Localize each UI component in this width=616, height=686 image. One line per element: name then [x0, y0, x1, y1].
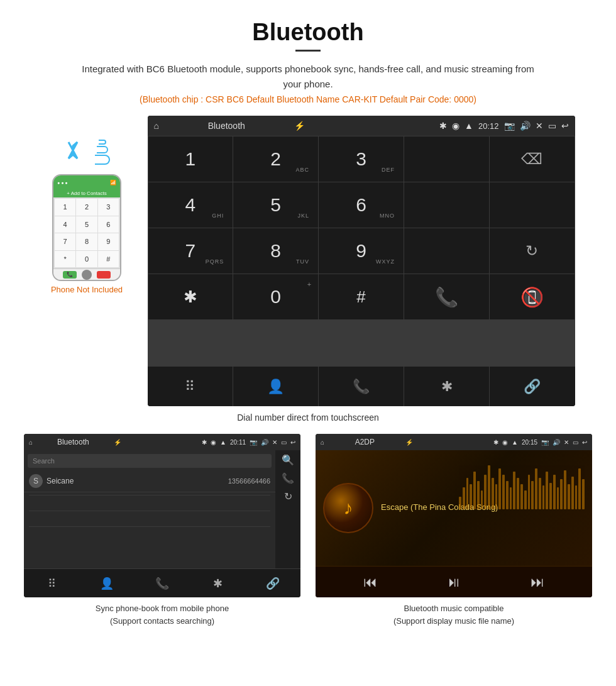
- waveform-bar: [542, 485, 545, 509]
- pb-time: 20:11: [230, 439, 246, 446]
- music-album-art: ♪: [323, 483, 373, 533]
- pb-nav-contacts[interactable]: 👤: [79, 569, 135, 597]
- bottom-row: ⌂ Bluetooth ⚡ ✱ ◉ ▲ 20:11 📷 🔊 ✕ ▭ ↩ Sear…: [0, 434, 616, 627]
- waveform-bar: [560, 479, 563, 509]
- waveform-bar: [470, 484, 472, 509]
- volume-icon: 🔊: [520, 121, 531, 131]
- pb-bt-icon: ✱: [202, 439, 207, 446]
- waveform-bar: [481, 490, 483, 509]
- music-col: ⌂ A2DP ⚡ ✱ ◉ ▲ 20:15 📷 🔊 ✕ ▭ ↩ ♪ Escape: [316, 434, 592, 627]
- pb-loc-icon: ◉: [211, 439, 216, 446]
- waveform-bar: [510, 487, 512, 509]
- waveform-bar: [582, 479, 585, 509]
- back-icon: ↩: [561, 121, 569, 131]
- page-subtitle: Integrated with BC6 Bluetooth module, su…: [0, 62, 616, 94]
- waveform-bar: [463, 487, 465, 509]
- drawn-phone: ● ● ● 📶 + Add to Contacts 123 456 789 *0…: [41, 135, 133, 294]
- nav-dialpad[interactable]: ⠿: [148, 367, 233, 406]
- music-app-title: A2DP: [328, 438, 402, 446]
- camera-icon: 📷: [504, 121, 515, 131]
- screen-icon: ▭: [548, 121, 556, 131]
- dial-key-8[interactable]: 8TUV: [233, 228, 318, 274]
- pb-contact-phone: 13566664466: [228, 477, 270, 485]
- pb-divider: [29, 495, 270, 495]
- dial-refresh[interactable]: ↻: [490, 228, 575, 274]
- waveform-bar: [484, 475, 487, 509]
- waveform-bar: [477, 481, 480, 509]
- waveform-bar: [531, 481, 534, 509]
- waveform-bar: [539, 478, 541, 509]
- music-time: 20:15: [522, 439, 537, 446]
- waveform-bar: [557, 487, 559, 509]
- pb-refresh-icon[interactable]: ↻: [284, 490, 292, 502]
- pb-sidebar: 🔍 📞 ↻: [275, 450, 300, 568]
- dial-key-3[interactable]: 3DEF: [319, 136, 404, 182]
- music-loc-icon: ◉: [502, 439, 508, 446]
- pb-status-bar: ⌂ Bluetooth ⚡ ✱ ◉ ▲ 20:11 📷 🔊 ✕ ▭ ↩: [24, 434, 300, 450]
- music-prev-btn[interactable]: ⏮: [363, 574, 377, 590]
- status-time: 20:12: [478, 121, 499, 131]
- pb-nav-bt[interactable]: ✱: [190, 569, 245, 597]
- dial-key-1[interactable]: 1: [148, 136, 233, 182]
- music-play-btn[interactable]: ⏯: [447, 574, 461, 590]
- music-next-btn[interactable]: ⏭: [531, 574, 544, 590]
- title-divider: [295, 50, 321, 52]
- waveform-bar: [498, 468, 501, 509]
- dial-key-5[interactable]: 5JKL: [233, 182, 318, 228]
- dial-empty-4: [404, 228, 489, 274]
- waveform-bar: [553, 475, 556, 509]
- pb-vol-icon: 🔊: [261, 439, 268, 446]
- waveform-bar: [513, 472, 515, 509]
- waveform-bar: [492, 478, 494, 509]
- waveform-bar: [571, 477, 574, 509]
- dial-caption: Dial number direct from touchscreen: [0, 412, 616, 423]
- phone-not-included-label: Phone Not Included: [51, 285, 123, 294]
- phone-bottom-bar: 📞: [53, 268, 120, 280]
- pb-nav-link[interactable]: 🔗: [245, 569, 300, 597]
- dial-backspace[interactable]: ⌫: [490, 136, 575, 182]
- nav-calls[interactable]: 📞: [319, 367, 404, 406]
- nav-bluetooth[interactable]: ✱: [404, 367, 490, 406]
- pb-back-icon: ↩: [290, 439, 295, 446]
- main-content-area: ● ● ● 📶 + Add to Contacts 123 456 789 *0…: [0, 116, 616, 406]
- dial-key-7[interactable]: 7PQRS: [148, 228, 233, 274]
- nav-contacts[interactable]: 👤: [233, 367, 319, 406]
- dial-key-0[interactable]: 0+: [233, 274, 318, 319]
- pb-search-icon[interactable]: 🔍: [282, 454, 294, 466]
- dial-key-star[interactable]: ✱: [148, 274, 233, 319]
- pb-title: Bluetooth: [36, 438, 110, 446]
- pb-nav-calls[interactable]: 📞: [135, 569, 190, 597]
- car-status-bar: ⌂ Bluetooth ⚡ ✱ ◉ ▲ 20:12 📷 🔊 ✕ ▭ ↩: [148, 116, 575, 136]
- dial-key-hash[interactable]: #: [319, 274, 404, 319]
- music-waveform: [459, 459, 585, 509]
- dial-key-2[interactable]: 2ABC: [233, 136, 318, 182]
- dial-key-9[interactable]: 9WXYZ: [319, 228, 404, 274]
- dial-call-green[interactable]: 📞: [404, 274, 489, 319]
- pb-search-bar[interactable]: Search: [28, 454, 272, 468]
- pb-search-placeholder: Search: [33, 457, 55, 465]
- pb-divider2: [29, 511, 270, 511]
- dial-key-6[interactable]: 6MNO: [319, 182, 404, 228]
- nav-link[interactable]: 🔗: [490, 367, 575, 406]
- pb-contact-row[interactable]: S Seicane 13566664466: [24, 470, 275, 492]
- phone-illustration: ● ● ● 📶 + Add to Contacts 123 456 789 *0…: [41, 135, 133, 294]
- waveform-bar: [549, 483, 552, 509]
- dial-key-4[interactable]: 4GHI: [148, 182, 233, 228]
- pb-nav-bar: ⠿ 👤 📞 ✱ 🔗: [24, 568, 300, 597]
- dial-call-red[interactable]: 📵: [490, 274, 575, 319]
- location-icon: ◉: [452, 121, 459, 131]
- dial-nav-row: ⠿ 👤 📞 ✱ 🔗: [148, 366, 575, 406]
- waveform-bar: [520, 484, 523, 509]
- dial-empty-1: [404, 136, 489, 182]
- pb-scr-icon: ▭: [281, 439, 287, 446]
- phonebook-col: ⌂ Bluetooth ⚡ ✱ ◉ ▲ 20:11 📷 🔊 ✕ ▭ ↩ Sear…: [24, 434, 300, 627]
- waveform-bar: [466, 478, 469, 509]
- pb-phone-icon[interactable]: 📞: [282, 472, 294, 484]
- pb-nav-dialpad[interactable]: ⠿: [24, 569, 79, 597]
- phonebook-screen: ⌂ Bluetooth ⚡ ✱ ◉ ▲ 20:11 📷 🔊 ✕ ▭ ↩ Sear…: [24, 434, 300, 597]
- music-screen: ⌂ A2DP ⚡ ✱ ◉ ▲ 20:15 📷 🔊 ✕ ▭ ↩ ♪ Escape: [316, 434, 592, 597]
- pb-x-icon: ✕: [272, 439, 277, 446]
- music-bt-icon: ✱: [493, 439, 498, 446]
- pb-wifi-icon: ▲: [220, 439, 226, 446]
- pb-list: Search S Seicane 13566664466: [24, 450, 275, 568]
